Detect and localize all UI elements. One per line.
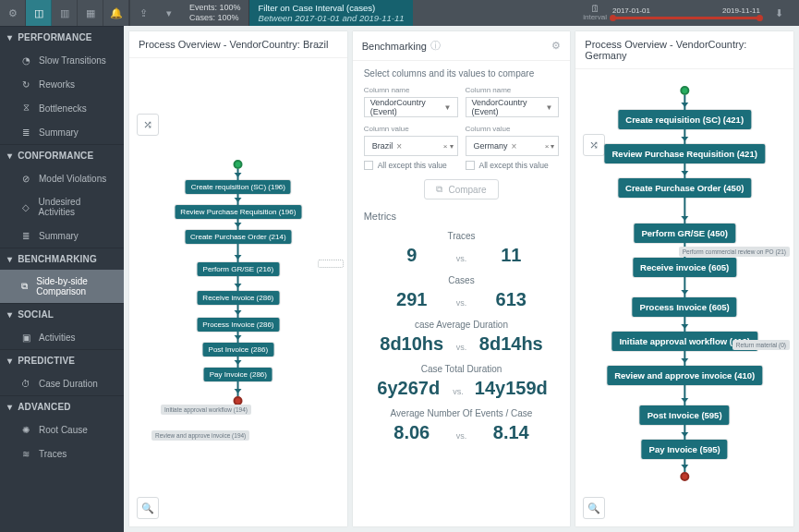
node[interactable]: Create Purchase Order (450) bbox=[618, 178, 751, 198]
node[interactable]: Review and approve invoice (410) bbox=[607, 366, 762, 385]
sidebar-item-activities[interactable]: ▣Activities bbox=[0, 325, 124, 349]
sidebar-item-root-cause[interactable]: ✺Root Cause bbox=[0, 417, 124, 441]
node[interactable]: Receive invoice (286) bbox=[197, 291, 279, 305]
column-name-label: Column name bbox=[466, 86, 560, 94]
node[interactable]: Pay Invoice (286) bbox=[204, 368, 272, 381]
column-name-label: Column name bbox=[364, 86, 458, 94]
search-button-right[interactable]: 🔍 bbox=[583, 497, 605, 519]
chevron-down-icon[interactable]: ▾ bbox=[450, 142, 454, 151]
metric-row: Traces9vs.11 bbox=[364, 231, 560, 266]
node[interactable]: Perform GR/SE (450) bbox=[634, 224, 734, 243]
metric-label: Cases bbox=[364, 275, 560, 285]
sidebar-item-undesired-activities[interactable]: ◇Undesired Activities bbox=[0, 190, 124, 224]
node[interactable]: Perform GR/SE (216) bbox=[198, 262, 279, 276]
tab-chart-icon[interactable]: ▥ bbox=[52, 0, 78, 26]
metric-right-value: 8d14hs bbox=[478, 333, 544, 355]
node[interactable]: Post Invoice (595) bbox=[640, 405, 730, 425]
filter-icon[interactable]: ▾ bbox=[156, 0, 182, 26]
metric-row: Cases291vs.613 bbox=[364, 275, 560, 310]
metric-vs: vs. bbox=[456, 254, 467, 263]
column-name-select-left[interactable]: VendorCountry (Event)▼ bbox=[364, 97, 458, 117]
close-icon[interactable]: × bbox=[443, 142, 448, 151]
topbar-tools: ⇪ ▾ bbox=[129, 0, 182, 26]
interval-end: 2019-11-11 bbox=[722, 6, 760, 15]
metric-row: Average Number Of Events / Case8.06vs.8.… bbox=[364, 408, 560, 443]
topbar-stats: Events: 100% Cases: 100% bbox=[182, 0, 249, 26]
metric-left-value: 291 bbox=[379, 289, 445, 310]
info-icon[interactable]: ⓘ bbox=[430, 39, 441, 53]
shuffle-button-right[interactable]: ⤮ bbox=[583, 134, 605, 156]
remove-icon[interactable]: × bbox=[512, 141, 517, 151]
column-name-select-right[interactable]: VendorCountry (Event)▼ bbox=[466, 97, 560, 117]
start-node-left bbox=[234, 160, 243, 169]
close-icon[interactable]: × bbox=[545, 142, 550, 151]
section-social[interactable]: ▾SOCIAL bbox=[0, 303, 124, 325]
filter-chip[interactable]: Filter on Case Interval (cases) Between … bbox=[249, 0, 414, 26]
interval-timeline[interactable]: 2017-01-01 2019-11-11 bbox=[612, 6, 760, 19]
chevron-down-icon[interactable]: ▾ bbox=[551, 142, 554, 151]
download-icon[interactable]: ⬇ bbox=[766, 0, 792, 26]
sidebar-item-side-by-side[interactable]: ⧉Side-by-side Comparison bbox=[0, 270, 124, 303]
benchmark-panel: Benchmarking ⓘ ⚙ Select columns and its … bbox=[353, 31, 571, 526]
topbar: ⚙ ◫ ▥ ▦ 🔔 ⇪ ▾ Events: 100% Cases: 100% F… bbox=[0, 0, 799, 26]
section-benchmarking[interactable]: ▾BENCHMARKING bbox=[0, 248, 124, 270]
node-side[interactable]: Review and approve invoice (194) bbox=[151, 430, 249, 441]
tab-analytics-icon[interactable]: ◫ bbox=[26, 0, 52, 26]
node[interactable]: Receive invoice (605) bbox=[633, 258, 736, 277]
tab-org-icon[interactable]: ⚙ bbox=[0, 0, 26, 26]
except-checkbox-left[interactable]: All except this value bbox=[364, 161, 458, 170]
interval-start: 2017-01-01 bbox=[612, 6, 650, 15]
sidebar-item-case-duration[interactable]: ⏱Case Duration bbox=[0, 371, 124, 395]
metric-label: Case Total Duration bbox=[364, 364, 560, 374]
node[interactable]: Create Purchase Order (214) bbox=[185, 230, 292, 244]
sidebar-item-slow-transitions[interactable]: ◔Slow Transitions bbox=[0, 48, 124, 72]
metric-vs: vs. bbox=[456, 431, 467, 441]
metric-row: Case Total Duration6y267dvs.14y159d bbox=[364, 364, 560, 399]
except-checkbox-right[interactable]: All except this value bbox=[466, 161, 560, 170]
search-button-left[interactable]: 🔍 bbox=[137, 497, 159, 519]
cases-stat: Cases: 100% bbox=[189, 13, 241, 23]
filter-title: Filter on Case Interval (cases) bbox=[259, 3, 405, 13]
tab-table-icon[interactable]: ▦ bbox=[78, 0, 103, 26]
node[interactable]: Create requisition (SC) (196) bbox=[186, 180, 291, 194]
metric-label: Traces bbox=[364, 231, 560, 241]
right-process-panel: Process Overview - VendorCountry: German… bbox=[575, 31, 793, 526]
end-node-right bbox=[680, 472, 689, 481]
tab-bell-icon[interactable]: 🔔 bbox=[103, 0, 129, 26]
sidebar-item-model-violations[interactable]: ⊘Model Violations bbox=[0, 166, 124, 190]
left-panel-title: Process Overview - VendorCountry: Brazil bbox=[139, 39, 328, 50]
shuffle-button-left[interactable]: ⤮ bbox=[137, 114, 159, 136]
node-side[interactable]: Initiate approval workflow (194) bbox=[161, 405, 251, 415]
node-side[interactable]: Return material (0) bbox=[732, 340, 790, 350]
gear-icon[interactable]: ⚙ bbox=[551, 40, 561, 52]
start-node-right bbox=[680, 86, 689, 95]
column-value-label: Column value bbox=[364, 125, 458, 133]
node[interactable]: Review Purchase Requisition (421) bbox=[605, 144, 765, 163]
node[interactable]: Review Purchase Requisition (196) bbox=[175, 205, 301, 219]
metric-label: Average Number Of Events / Case bbox=[364, 408, 560, 418]
sidebar-item-traces[interactable]: ≋Traces bbox=[0, 441, 124, 466]
compare-icon: ⧉ bbox=[436, 184, 442, 195]
share-icon[interactable]: ⇪ bbox=[130, 0, 156, 26]
right-panel-title: Process Overview - VendorCountry: German… bbox=[585, 39, 784, 61]
section-conformance[interactable]: ▾CONFORMANCE bbox=[0, 144, 124, 166]
sidebar-item-summary-conf[interactable]: ≣Summary bbox=[0, 224, 124, 248]
compare-button[interactable]: ⧉ Compare bbox=[424, 179, 498, 200]
remove-icon[interactable]: × bbox=[396, 141, 402, 151]
section-performance[interactable]: ▾PERFORMANCE bbox=[0, 26, 124, 48]
node[interactable]: Post Invoice (286) bbox=[203, 343, 273, 357]
sidebar-item-bottlenecks[interactable]: ⧖Bottlenecks bbox=[0, 96, 124, 120]
node[interactable]: Pay Invoice (595) bbox=[642, 440, 728, 459]
column-value-left[interactable]: Brazil× ×▾ bbox=[364, 136, 458, 156]
sidebar-item-summary-perf[interactable]: ≣Summary bbox=[0, 120, 124, 144]
process-flow-left: Create requisition (SC) (196) Review Pur… bbox=[175, 160, 301, 405]
sidebar-item-reworks[interactable]: ↻Reworks bbox=[0, 72, 124, 96]
node[interactable]: Process Invoice (286) bbox=[197, 318, 279, 332]
metric-left-value: 8d10hs bbox=[379, 333, 445, 355]
column-value-right[interactable]: Germany× ×▾ bbox=[466, 136, 560, 156]
node[interactable]: Process Invoice (605) bbox=[633, 297, 737, 317]
section-advanced[interactable]: ▾ADVANCED bbox=[0, 395, 124, 417]
node-side[interactable]: Perform commercial review on PO (21) bbox=[679, 247, 790, 257]
section-predictive[interactable]: ▾PREDICTIVE bbox=[0, 349, 124, 371]
node[interactable]: Create requisition (SC) (421) bbox=[618, 110, 751, 129]
